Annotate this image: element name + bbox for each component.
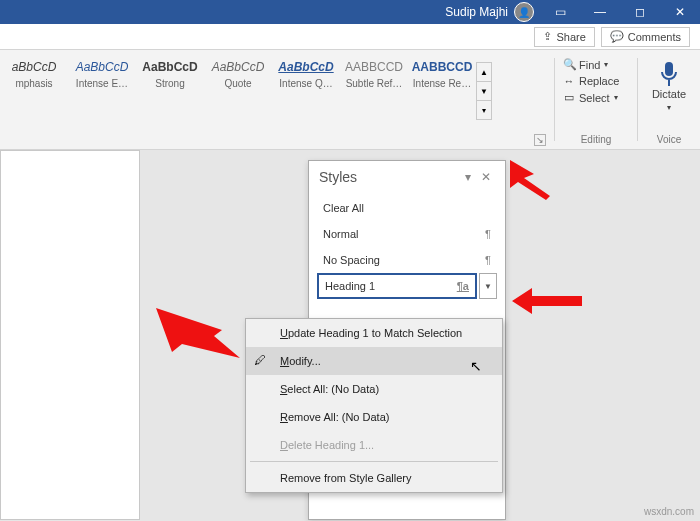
gallery-up-icon[interactable]: ▲: [477, 63, 491, 82]
ctx-separator: [250, 461, 498, 462]
modify-icon: 🖊: [254, 353, 266, 367]
find-icon: 🔍: [563, 58, 575, 71]
gallery-down-icon[interactable]: ▼: [477, 82, 491, 101]
style-emphasis[interactable]: aBbCcDmphasis: [0, 56, 68, 93]
user-name: Sudip Majhi: [445, 5, 508, 19]
find-button[interactable]: 🔍Find ▾: [561, 56, 631, 73]
maximize-button[interactable]: ◻: [620, 0, 660, 24]
style-strong[interactable]: AaBbCcDStrong: [136, 56, 204, 93]
select-icon: ▭: [563, 91, 575, 104]
style-intense-quote[interactable]: AaBbCcDIntense Q…: [272, 56, 340, 93]
ctx-update-to-match[interactable]: Update Heading 1 to Match Selection: [246, 319, 502, 347]
titlebar: Sudip Majhi 👤 ▭ ― ◻ ✕: [0, 0, 700, 24]
share-icon: ⇪: [543, 30, 552, 43]
ctx-delete: Delete Heading 1...: [246, 431, 502, 459]
styles-pane-options-icon[interactable]: ▾: [459, 170, 477, 184]
dictate-button[interactable]: Dictate▾: [644, 88, 694, 112]
minimize-button[interactable]: ―: [580, 0, 620, 24]
replace-icon: ↔: [563, 75, 575, 87]
svg-marker-3: [512, 288, 582, 314]
style-quote[interactable]: AaBbCcDQuote: [204, 56, 272, 93]
svg-rect-0: [665, 62, 673, 76]
styles-pane-title: Styles: [319, 169, 459, 185]
svg-marker-4: [156, 308, 240, 358]
gallery-more-icon[interactable]: ▾: [477, 101, 491, 119]
editing-group-label: Editing: [555, 134, 637, 145]
style-subtle-reference[interactable]: AABBCCDSubtle Ref…: [340, 56, 408, 93]
editing-group: 🔍Find ▾ ↔Replace ▭Select ▾ Editing: [555, 50, 637, 149]
styles-pane-item-normal[interactable]: Normal¶: [317, 221, 497, 247]
close-button[interactable]: ✕: [660, 0, 700, 24]
voice-group: Dictate▾ Voice: [638, 50, 700, 149]
share-bar: ⇪Share 💬Comments: [0, 24, 700, 50]
styles-gallery: aBbCcDmphasis AaBbCcDIntense E… AaBbCcDS…: [0, 50, 554, 149]
annotation-arrow-1: [510, 160, 570, 200]
ctx-remove-all[interactable]: Remove All: (No Data): [246, 403, 502, 431]
select-button[interactable]: ▭Select ▾: [561, 89, 631, 106]
voice-group-label: Voice: [638, 134, 700, 145]
ctx-select-all[interactable]: Select All: (No Data): [246, 375, 502, 403]
avatar[interactable]: 👤: [514, 2, 534, 22]
comment-icon: 💬: [610, 30, 624, 43]
svg-marker-2: [510, 160, 550, 200]
styles-pane-clear-all[interactable]: Clear All: [317, 195, 497, 221]
ribbon-display-icon[interactable]: ▭: [540, 0, 580, 24]
styles-pane-item-heading1[interactable]: Heading 1¶a: [317, 273, 477, 299]
comments-button[interactable]: 💬Comments: [601, 27, 690, 47]
dictate-icon[interactable]: [659, 60, 679, 88]
annotation-arrow-3: [150, 308, 240, 362]
ctx-remove-from-gallery[interactable]: Remove from Style Gallery: [246, 464, 502, 492]
styles-pane-item-dropdown[interactable]: ▼: [479, 273, 497, 299]
replace-button[interactable]: ↔Replace: [561, 73, 631, 89]
share-button[interactable]: ⇪Share: [534, 27, 594, 47]
annotation-arrow-2: [512, 288, 582, 314]
style-context-menu: Update Heading 1 to Match Selection 🖊Mod…: [245, 318, 503, 493]
ctx-modify[interactable]: 🖊Modify...: [246, 347, 502, 375]
document-page[interactable]: [0, 150, 140, 520]
styles-pane-item-no-spacing[interactable]: No Spacing¶: [317, 247, 497, 273]
gallery-scroll[interactable]: ▲ ▼ ▾: [476, 62, 492, 120]
style-intense-reference[interactable]: AABBCCDIntense Re…: [408, 56, 476, 93]
ribbon: aBbCcDmphasis AaBbCcDIntense E… AaBbCcDS…: [0, 50, 700, 150]
watermark: wsxdn.com: [644, 506, 694, 517]
style-intense-emphasis[interactable]: AaBbCcDIntense E…: [68, 56, 136, 93]
styles-pane-close-icon[interactable]: ✕: [477, 170, 495, 184]
styles-dialog-launcher[interactable]: ↘: [534, 134, 546, 146]
